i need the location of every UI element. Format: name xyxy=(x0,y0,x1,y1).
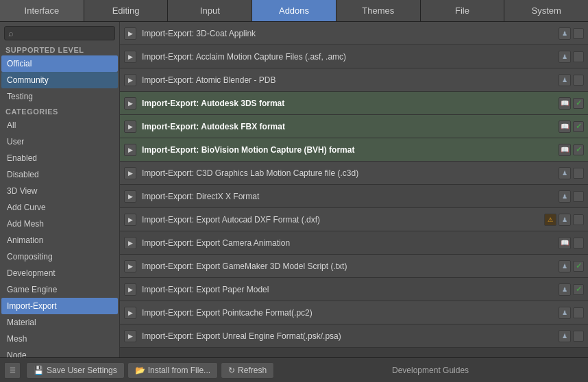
author-icon[interactable]: 📖 xyxy=(559,120,571,133)
addon-checkbox[interactable] xyxy=(573,168,584,179)
sidebar-level-community[interactable]: Community xyxy=(1,72,118,88)
addon-checkbox[interactable] xyxy=(573,51,584,62)
tab-themes[interactable]: Themes xyxy=(336,0,421,21)
main-layout: ⌕ Supported Level OfficialCommunityTesti… xyxy=(0,22,588,357)
addon-row[interactable]: ▶Import-Export: BioVision Motion Capture… xyxy=(120,138,588,162)
addon-checkbox[interactable] xyxy=(573,307,584,318)
expand-button[interactable]: ▶ xyxy=(124,260,136,272)
expand-button[interactable]: ▶ xyxy=(124,120,136,133)
addon-row[interactable]: ▶Import-Export: Export Camera Animation📖 xyxy=(120,231,588,255)
sidebar: ⌕ Supported Level OfficialCommunityTesti… xyxy=(0,22,120,357)
addon-checkbox[interactable] xyxy=(573,75,584,86)
addon-row[interactable]: ▶Import-Export: C3D Graphics Lab Motion … xyxy=(120,162,588,185)
save-user-settings-button[interactable]: 💾 Save User Settings xyxy=(26,362,125,379)
sidebar-cat-add-curve[interactable]: Add Curve xyxy=(1,199,118,216)
top-tab-bar: InterfaceEditingInputAddonsThemesFileSys… xyxy=(0,0,588,22)
sidebar-cat-game-engine[interactable]: Game Engine xyxy=(1,281,118,298)
sidebar-cat-material[interactable]: Material xyxy=(1,314,118,331)
sidebar-cat-user[interactable]: User xyxy=(1,133,118,150)
expand-button[interactable]: ▶ xyxy=(124,237,136,249)
search-input[interactable] xyxy=(16,29,111,38)
expand-button[interactable]: ▶ xyxy=(124,74,136,86)
sidebar-cat-mesh[interactable]: Mesh xyxy=(1,331,118,347)
addon-checkbox[interactable] xyxy=(573,28,584,39)
expand-button[interactable]: ▶ xyxy=(124,167,136,179)
sidebar-cat-development[interactable]: Development xyxy=(1,265,118,281)
addon-checkbox[interactable] xyxy=(573,121,584,132)
addon-checkbox[interactable] xyxy=(573,214,584,225)
addon-checkbox[interactable] xyxy=(573,331,584,342)
tab-system[interactable]: System xyxy=(504,0,588,21)
author-icon[interactable]: ♟ xyxy=(559,330,571,342)
tab-input[interactable]: Input xyxy=(168,0,252,21)
author-icon[interactable]: ♟ xyxy=(559,260,571,272)
expand-button[interactable]: ▶ xyxy=(124,97,136,110)
sidebar-level-testing[interactable]: Testing xyxy=(1,88,118,105)
expand-button[interactable]: ▶ xyxy=(124,27,136,40)
sidebar-cat-compositing[interactable]: Compositing xyxy=(1,249,118,265)
addon-row[interactable]: ▶Import-Export: Export GameMaker 3D Mode… xyxy=(120,255,588,278)
expand-button[interactable]: ▶ xyxy=(124,214,136,226)
addon-name: Import-Export: Export Paper Model xyxy=(142,285,559,294)
addon-icons: ⚠♟ xyxy=(544,214,584,226)
sidebar-cat-all[interactable]: All xyxy=(1,117,118,133)
author-icon[interactable]: ♟ xyxy=(559,214,571,226)
author-icon[interactable]: ♟ xyxy=(559,51,571,63)
expand-button[interactable]: ▶ xyxy=(124,144,136,156)
author-icon[interactable]: 📖 xyxy=(559,237,571,249)
sidebar-cat-add-mesh[interactable]: Add Mesh xyxy=(1,216,118,232)
sidebar-cat-enabled[interactable]: Enabled xyxy=(1,150,118,166)
save-icon: 💾 xyxy=(34,366,44,375)
refresh-button[interactable]: ↻ Refresh xyxy=(221,362,274,379)
sidebar-level-official[interactable]: Official xyxy=(1,55,118,72)
warning-icon[interactable]: ⚠ xyxy=(544,214,556,226)
author-icon[interactable]: ♟ xyxy=(559,190,571,203)
addon-row[interactable]: ▶Import-Export: Export Pointcache Format… xyxy=(120,301,588,324)
tab-interface[interactable]: Interface xyxy=(0,0,84,21)
addon-row[interactable]: ▶Import-Export: 3D-Coat Applink♟ xyxy=(120,22,588,45)
addon-name: Import-Export: C3D Graphics Lab Motion C… xyxy=(142,168,559,178)
addon-row[interactable]: ▶Import-Export: Autodesk 3DS format📖 xyxy=(120,92,588,115)
addon-row[interactable]: ▶Import-Export: Autodesk FBX format📖 xyxy=(120,115,588,138)
author-icon[interactable]: ♟ xyxy=(559,74,571,86)
search-box[interactable]: ⌕ xyxy=(4,26,115,40)
dev-guides-label[interactable]: Development Guides xyxy=(277,366,584,375)
install-from-file-button[interactable]: 📂 Install from File... xyxy=(127,362,218,379)
addon-row[interactable]: ▶Import-Export: Export Unreal Engine For… xyxy=(120,324,588,348)
expand-button[interactable]: ▶ xyxy=(124,190,136,203)
author-icon[interactable]: ♟ xyxy=(559,307,571,319)
author-icon[interactable]: ♟ xyxy=(559,27,571,40)
sidebar-cat-import-export[interactable]: Import-Export xyxy=(1,298,118,314)
addon-checkbox[interactable] xyxy=(573,238,584,249)
author-icon[interactable]: 📖 xyxy=(559,97,571,110)
corner-menu-btn[interactable]: ☰ xyxy=(4,362,21,379)
tab-editing[interactable]: Editing xyxy=(84,0,169,21)
addon-checkbox[interactable] xyxy=(573,191,584,202)
author-icon[interactable]: ♟ xyxy=(559,283,571,296)
addon-row[interactable]: ▶Import-Export: Acclaim Motion Capture F… xyxy=(120,45,588,68)
author-icon[interactable]: 📖 xyxy=(559,144,571,156)
addon-name: Import-Export: Export GameMaker 3D Model… xyxy=(142,262,559,271)
addon-row[interactable]: ▶Import-Export: Export Paper Model♟ xyxy=(120,278,588,301)
expand-button[interactable]: ▶ xyxy=(124,307,136,319)
expand-button[interactable]: ▶ xyxy=(124,51,136,63)
addon-row[interactable]: ▶Import-Export: DirectX X Format♟ xyxy=(120,185,588,208)
addon-icons: ♟ xyxy=(559,283,584,296)
addon-row[interactable]: ▶Import-Export: Export Autocad DXF Forma… xyxy=(120,208,588,231)
addon-checkbox[interactable] xyxy=(573,144,584,155)
sidebar-cat-3d-view[interactable]: 3D View xyxy=(1,183,118,199)
author-icon[interactable]: ♟ xyxy=(559,167,571,179)
expand-button[interactable]: ▶ xyxy=(124,283,136,296)
sidebar-cat-node[interactable]: Node xyxy=(1,347,118,357)
tab-addons[interactable]: Addons xyxy=(252,0,336,21)
addon-checkbox[interactable] xyxy=(573,98,584,109)
addon-checkbox[interactable] xyxy=(573,261,584,272)
addon-row[interactable]: ▶Import-Export: Atomic Blender - PDB♟ xyxy=(120,68,588,92)
sidebar-cat-animation[interactable]: Animation xyxy=(1,232,118,249)
sidebar-cat-disabled[interactable]: Disabled xyxy=(1,166,118,183)
addon-icons: ♟ xyxy=(559,27,584,40)
addon-icons: ♟ xyxy=(559,51,584,63)
expand-button[interactable]: ▶ xyxy=(124,330,136,342)
addon-checkbox[interactable] xyxy=(573,284,584,295)
tab-file[interactable]: File xyxy=(421,0,505,21)
